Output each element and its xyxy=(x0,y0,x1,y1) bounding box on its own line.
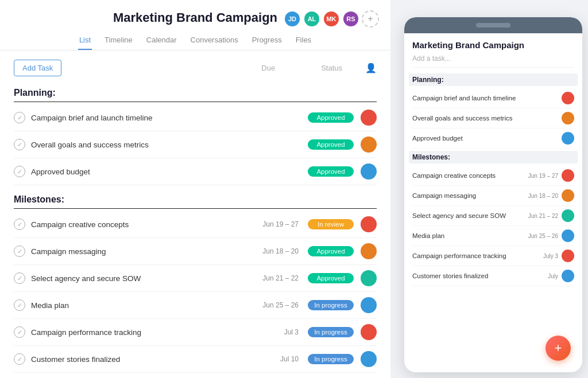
fab-button[interactable]: + xyxy=(546,336,571,361)
main-panel: Marketing Brand Campaign JD AL MK RS + L… xyxy=(0,0,390,378)
task-avatar xyxy=(361,243,377,259)
mobile-task-due: Jun 25 – 26 xyxy=(528,233,558,239)
mobile-task-row[interactable]: Campaign performance tracking July 3 xyxy=(412,246,574,266)
tab-calendar[interactable]: Calendar xyxy=(145,31,178,50)
avatar-group: JD AL MK RS + xyxy=(284,10,379,28)
task-row[interactable]: ✓ Campaign brief and launch timeline App… xyxy=(14,104,377,131)
task-check: ✓ xyxy=(14,245,25,257)
task-name: Overall goals and success metrics xyxy=(31,141,253,149)
task-check: ✓ xyxy=(14,112,25,123)
status-badge: In progress xyxy=(308,300,354,310)
mobile-task-row[interactable]: Campaign messaging Jun 18 – 20 xyxy=(412,186,574,206)
mobile-task-due: Jun 18 – 20 xyxy=(528,193,558,199)
mobile-task-row[interactable]: Media plan Jun 25 – 26 xyxy=(412,226,574,246)
tab-timeline[interactable]: Timeline xyxy=(103,31,134,50)
tab-progress[interactable]: Progress xyxy=(251,31,283,50)
task-check: ✓ xyxy=(14,299,25,311)
tab-files[interactable]: Files xyxy=(295,31,312,50)
assignee-column-header: 👤 xyxy=(365,63,377,73)
status-badge: Approved xyxy=(308,112,354,123)
task-name: Approved budget xyxy=(31,167,253,176)
mobile-avatar xyxy=(562,92,574,104)
mobile-avatar xyxy=(562,229,574,242)
content-area: Add Task Due Status 👤 Planning: ✓ Campai… xyxy=(0,50,390,378)
mobile-task-row[interactable]: Campaign brief and launch timeline xyxy=(412,88,574,108)
mobile-task-due: Jun 21 – 22 xyxy=(528,213,558,219)
mobile-avatar xyxy=(562,112,574,124)
task-row[interactable]: ✓ Campaign messaging Jun 18 – 20 Approve… xyxy=(14,238,377,265)
task-row[interactable]: ✓ Media plan Jun 25 – 26 In progress xyxy=(14,292,377,319)
mobile-task-row[interactable]: Campaign creative concepts Jun 19 – 27 xyxy=(412,166,574,186)
task-name: Campaign brief and launch timeline xyxy=(31,114,253,122)
add-task-bar: Add Task Due Status 👤 xyxy=(14,60,377,76)
task-row[interactable]: ✓ Select agency and secure SOW Jun 21 – … xyxy=(14,265,377,292)
mobile-task-row[interactable]: Approved budget xyxy=(412,128,574,149)
task-check: ✓ xyxy=(14,272,25,284)
mobile-task-due: July 3 xyxy=(543,253,558,259)
task-check: ✓ xyxy=(14,353,25,365)
mobile-task-row[interactable]: Customer stories finalized July xyxy=(412,266,574,286)
task-avatar xyxy=(361,270,377,286)
mobile-task-row[interactable]: Select agency and secure SOW Jun 21 – 22 xyxy=(412,206,574,226)
status-column-header: Status xyxy=(321,64,342,72)
task-row[interactable]: ✓ Overall goals and success metrics Appr… xyxy=(14,131,377,158)
task-due: Jul 10 xyxy=(253,355,299,363)
tab-bar: List Timeline Calendar Conversations Pro… xyxy=(0,31,390,50)
mobile-header-bar xyxy=(404,17,582,33)
status-badge: In progress xyxy=(308,327,354,337)
status-badge: Approved xyxy=(308,166,354,177)
task-avatar xyxy=(361,324,377,340)
mobile-task-due: July xyxy=(548,273,558,279)
mobile-avatar xyxy=(562,132,574,145)
mobile-avatar xyxy=(562,189,574,202)
mobile-task-name: Customer stories finalized xyxy=(412,272,548,279)
avatar-1: JD xyxy=(284,10,301,28)
status-badge: In progress xyxy=(308,354,354,364)
status-badge: In review xyxy=(308,219,354,229)
section-divider xyxy=(14,208,377,209)
add-task-button[interactable]: Add Task xyxy=(14,60,61,76)
task-avatar xyxy=(361,216,377,232)
mobile-add-task[interactable]: Add a task... xyxy=(412,54,574,68)
mobile-avatar xyxy=(562,270,574,282)
task-due: Jul 3 xyxy=(253,328,299,336)
due-column-header: Due xyxy=(261,64,275,72)
task-check: ✓ xyxy=(14,326,25,338)
task-avatar xyxy=(361,163,377,180)
mobile-avatar xyxy=(562,209,574,222)
mobile-avatar xyxy=(562,250,574,262)
mobile-notch xyxy=(476,23,510,28)
section-divider xyxy=(14,102,377,102)
tab-list[interactable]: List xyxy=(78,31,92,50)
mobile-task-name: Campaign messaging xyxy=(412,192,528,199)
section-milestones-title: Milestones: xyxy=(14,194,377,205)
column-headers: Due Status 👤 xyxy=(261,63,377,73)
task-avatar xyxy=(361,297,377,313)
mobile-section-milestones: Milestones: xyxy=(409,151,578,163)
task-row[interactable]: ✓ Campaign creative concepts Jun 19 – 27… xyxy=(14,211,377,238)
mobile-section-planning: Planning: xyxy=(409,73,578,86)
mobile-title: Marketing Brand Campaign xyxy=(412,40,574,50)
mobile-task-name: Campaign brief and launch timeline xyxy=(412,95,558,102)
mobile-task-name: Approved budget xyxy=(412,135,558,142)
task-avatar xyxy=(361,137,377,153)
mobile-task-row[interactable]: Overall goals and success metrics xyxy=(412,108,574,128)
mobile-panel: Marketing Brand Campaign Add a task... P… xyxy=(404,17,582,372)
mobile-task-name: Media plan xyxy=(412,232,528,239)
task-due: Jun 21 – 22 xyxy=(253,274,299,282)
avatar-2: AL xyxy=(303,10,320,28)
header: Marketing Brand Campaign JD AL MK RS + xyxy=(0,0,390,25)
task-name: Campaign messaging xyxy=(31,247,253,256)
task-check: ✓ xyxy=(14,166,25,177)
mobile-task-due: Jun 19 – 27 xyxy=(528,173,558,179)
tab-conversations[interactable]: Conversations xyxy=(189,31,239,50)
task-row[interactable]: ✓ Approved budget Approved xyxy=(14,158,377,185)
task-name: Customer stories finalized xyxy=(31,355,253,364)
task-row[interactable]: ✓ Videos assets completed Jul 20 Not sta… xyxy=(14,373,377,378)
task-name: Media plan xyxy=(31,301,253,310)
task-name: Select agency and secure SOW xyxy=(31,274,253,283)
task-row[interactable]: ✓ Customer stories finalized Jul 10 In p… xyxy=(14,346,377,373)
task-row[interactable]: ✓ Campaign performance tracking Jul 3 In… xyxy=(14,319,377,346)
add-member-button[interactable]: + xyxy=(362,10,379,28)
task-name: Campaign creative concepts xyxy=(31,220,253,229)
